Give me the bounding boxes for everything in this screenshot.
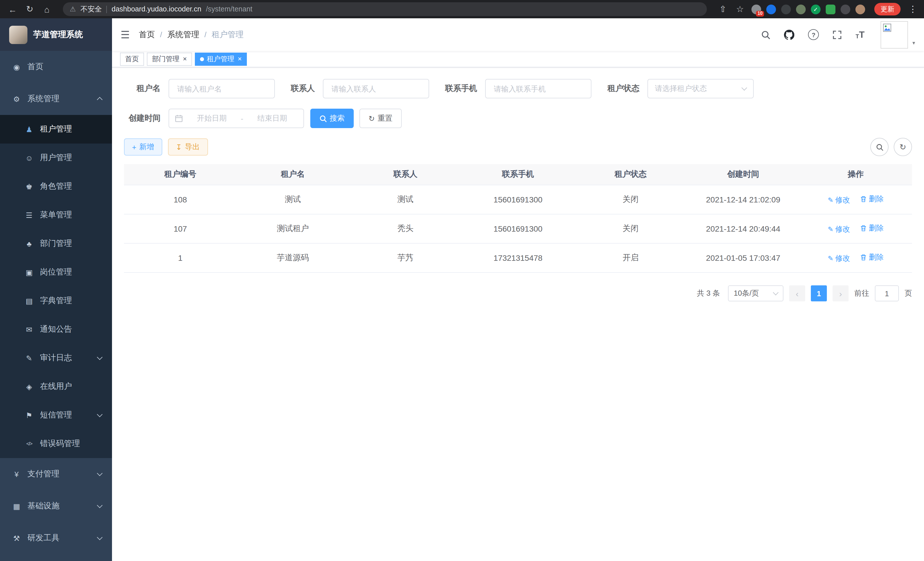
chrome-update-button[interactable]: 更新 xyxy=(874,3,901,15)
sidebar-item-sms[interactable]: ⚑ 短信管理 xyxy=(0,401,112,429)
security-label[interactable]: 不安全 xyxy=(81,4,102,14)
url-divider xyxy=(106,5,107,13)
extension-icon[interactable] xyxy=(796,4,806,14)
extension-icon[interactable] xyxy=(826,4,836,14)
delete-link[interactable]: 删除 xyxy=(860,223,884,233)
tenant-name-label: 租户名 xyxy=(124,83,160,94)
delete-link[interactable]: 删除 xyxy=(860,194,884,204)
page-unit-label: 页 xyxy=(904,288,912,299)
delete-link[interactable]: 删除 xyxy=(860,252,884,262)
page-content: 租户名 联系人 联系手机 租户状态 请选择租户状态 xyxy=(112,68,924,561)
phone-input[interactable] xyxy=(493,84,584,93)
bookmark-star-icon[interactable]: ☆ xyxy=(734,4,746,14)
sidebar-item-error-codes[interactable]: </> 错误码管理 xyxy=(0,429,112,458)
sidebar-item-positions[interactable]: ▣ 岗位管理 xyxy=(0,258,112,287)
cell-contact: 芋艿 xyxy=(349,243,462,272)
share-icon[interactable]: ⇧ xyxy=(717,4,729,14)
extension-icon[interactable] xyxy=(781,4,791,14)
github-icon[interactable] xyxy=(784,29,794,40)
user-menu[interactable]: ▼ xyxy=(880,21,916,48)
sidebar-item-online-users[interactable]: ◈ 在线用户 xyxy=(0,372,112,401)
cell-phone: 15601691300 xyxy=(462,214,574,243)
sidebar-item-departments[interactable]: ♣ 部门管理 xyxy=(0,229,112,258)
prev-page-button[interactable]: ‹ xyxy=(789,285,805,301)
close-icon[interactable]: × xyxy=(238,56,242,62)
sidebar-item-audit-logs[interactable]: ✎ 审计日志 xyxy=(0,344,112,372)
sidebar-item-label: 研发工具 xyxy=(27,533,59,543)
back-icon[interactable]: ← xyxy=(7,4,18,14)
cell-created: 2021-12-14 20:49:44 xyxy=(687,214,800,243)
next-page-button[interactable]: › xyxy=(832,285,849,301)
page-number-button[interactable]: 1 xyxy=(811,285,827,301)
extension-icon[interactable]: ✓ xyxy=(811,4,820,14)
app-logo[interactable]: 芋道管理系统 xyxy=(0,18,112,51)
hamburger-icon[interactable]: ☰ xyxy=(121,28,130,41)
font-size-icon[interactable]: TT xyxy=(855,30,865,39)
home-icon[interactable]: ⌂ xyxy=(41,4,52,14)
tags-view: 首页 部门管理 × 租户管理 × xyxy=(112,51,924,68)
trash-icon xyxy=(860,225,867,232)
url-host: dashboard.yudao.iocoder.cn xyxy=(112,5,201,13)
tenant-name-input[interactable] xyxy=(176,84,267,93)
extension-icon[interactable] xyxy=(766,4,776,14)
refresh-button[interactable]: ↻ xyxy=(894,138,912,156)
edit-link[interactable]: ✎修改 xyxy=(828,224,850,235)
help-icon[interactable]: ? xyxy=(808,29,819,40)
column-header: 租户状态 xyxy=(574,164,687,185)
column-header: 联系手机 xyxy=(462,164,574,185)
sidebar-item-label: 字典管理 xyxy=(40,296,72,306)
sidebar-item-system[interactable]: ⚙ 系统管理 xyxy=(0,83,112,115)
sidebar-item-tenant[interactable]: ♟ 租户管理 xyxy=(0,115,112,144)
tab-tenant-active[interactable]: 租户管理 × xyxy=(195,52,247,65)
sidebar-item-roles[interactable]: ♚ 角色管理 xyxy=(0,172,112,201)
date-end-placeholder: 结束日期 xyxy=(247,113,298,123)
user-avatar[interactable] xyxy=(880,21,908,48)
fullscreen-icon[interactable] xyxy=(832,30,842,39)
status-select[interactable]: 请选择租户状态 xyxy=(647,79,754,98)
yen-icon: ¥ xyxy=(11,470,22,478)
page-size-select[interactable]: 10条/页 xyxy=(728,285,783,301)
goto-page-input[interactable] xyxy=(875,285,899,301)
phone-input-wrap xyxy=(485,79,591,98)
sidebar-item-infrastructure[interactable]: ▦ 基础设施 xyxy=(0,490,112,522)
role-icon: ♚ xyxy=(24,182,34,191)
tenant-table: 租户编号 租户名 联系人 联系手机 租户状态 创建时间 操作 108 测试 xyxy=(124,164,912,273)
sidebar-item-label: 在线用户 xyxy=(40,381,72,392)
export-button[interactable]: ↧ 导出 xyxy=(168,138,208,156)
date-range-picker[interactable]: 开始日期 - 结束日期 xyxy=(169,109,304,128)
sidebar-item-payment[interactable]: ¥ 支付管理 xyxy=(0,458,112,490)
edit-link[interactable]: ✎修改 xyxy=(828,253,850,264)
sidebar-item-menus[interactable]: ☰ 菜单管理 xyxy=(0,201,112,229)
sidebar-item-home[interactable]: ◉ 首页 xyxy=(0,51,112,83)
sidebar-item-dictionary[interactable]: ▤ 字典管理 xyxy=(0,287,112,315)
tab-label: 首页 xyxy=(125,54,139,64)
breadcrumb-item[interactable]: 首页 xyxy=(139,29,155,40)
sidebar-item-label: 基础设施 xyxy=(27,501,59,511)
sidebar-item-label: 审计日志 xyxy=(40,353,72,363)
column-header: 创建时间 xyxy=(687,164,800,185)
download-icon: ↧ xyxy=(176,143,182,151)
tab-department[interactable]: 部门管理 × xyxy=(147,52,192,65)
address-bar[interactable]: ⚠ 不安全 dashboard.yudao.iocoder.cn/system/… xyxy=(63,2,707,16)
search-button[interactable]: 搜索 xyxy=(310,109,354,128)
cell-actions: ✎修改 删除 xyxy=(800,185,912,214)
sidebar-item-dev-tools[interactable]: ⚒ 研发工具 xyxy=(0,522,112,554)
total-count: 共 3 条 xyxy=(697,288,720,299)
sidebar-item-users[interactable]: ☺ 用户管理 xyxy=(0,144,112,172)
close-icon[interactable]: × xyxy=(183,56,187,62)
contact-input[interactable] xyxy=(330,84,422,93)
cell-phone: 17321315478 xyxy=(462,243,574,272)
breadcrumb-item[interactable]: 系统管理 xyxy=(167,29,200,40)
tab-home[interactable]: 首页 xyxy=(120,52,144,65)
sidebar-item-notices[interactable]: ✉ 通知公告 xyxy=(0,315,112,344)
puzzle-extensions-icon[interactable] xyxy=(841,4,850,14)
toggle-search-button[interactable] xyxy=(870,138,889,156)
browser-menu-icon[interactable]: ⋮ xyxy=(909,4,917,14)
reset-button[interactable]: ↻ 重置 xyxy=(359,109,402,128)
edit-link[interactable]: ✎修改 xyxy=(828,195,850,205)
extension-icon[interactable]: 10 xyxy=(752,4,761,14)
profile-avatar-icon[interactable] xyxy=(855,4,865,14)
add-button[interactable]: + 新增 xyxy=(124,138,162,156)
reload-icon[interactable]: ↻ xyxy=(24,4,35,14)
search-icon[interactable] xyxy=(761,30,770,39)
